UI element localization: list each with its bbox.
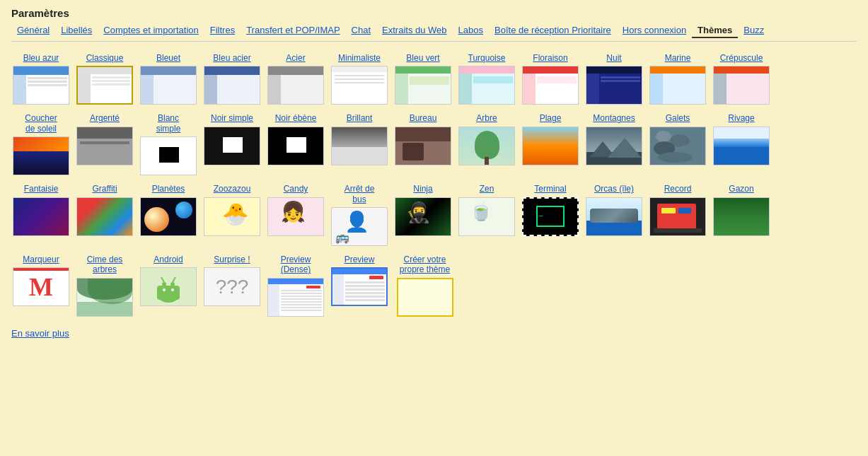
theme-preview <box>586 66 642 105</box>
nav-extraits[interactable]: Extraits du Web <box>376 23 453 38</box>
theme-preview <box>267 278 324 317</box>
theme-label: Turquoise <box>468 53 506 63</box>
theme-zoozazou[interactable]: Zoozazou 🐣 <box>202 182 262 247</box>
theme-argente[interactable]: Argenté <box>75 112 134 177</box>
theme-preview: M <box>13 267 69 306</box>
theme-ninja[interactable]: Ninja 🥷 <box>393 182 453 247</box>
theme-label: Preview <box>345 255 375 264</box>
theme-marine[interactable]: Marine <box>648 52 707 106</box>
nav-libelles[interactable]: Libellés <box>55 23 98 38</box>
theme-classique[interactable]: Classique <box>75 52 134 106</box>
theme-preview <box>204 66 260 105</box>
theme-label: Marine <box>665 53 691 63</box>
theme-preview <box>522 66 579 105</box>
theme-candy[interactable]: Candy 👧 <box>266 182 325 247</box>
theme-montagnes[interactable]: Montagnes <box>584 112 644 177</box>
nav-labos[interactable]: Labos <box>453 23 489 38</box>
theme-label: Classique <box>86 53 124 63</box>
svg-point-7 <box>171 288 174 291</box>
theme-label: Arrêt de bus <box>345 184 375 204</box>
theme-preview[interactable]: Preview <box>330 253 389 318</box>
nav-boite[interactable]: Boîte de réception Prioritaire <box>489 23 617 38</box>
theme-label: Argenté <box>90 113 120 123</box>
theme-preview: ??? <box>204 267 260 306</box>
theme-preview-dense[interactable]: Preview (Dense) <box>266 253 325 318</box>
theme-acier[interactable]: Acier <box>266 52 325 106</box>
theme-label: Plage <box>540 113 562 123</box>
theme-preview <box>267 127 324 165</box>
theme-label: Noir simple <box>211 113 253 123</box>
theme-label: Bleu azur <box>23 53 59 63</box>
theme-preview <box>76 127 133 165</box>
nav-filtres[interactable]: Filtres <box>204 23 241 38</box>
theme-noir-ebene[interactable]: Noir ébène <box>266 112 325 177</box>
svg-point-2 <box>162 282 166 286</box>
theme-arret-bus[interactable]: Arrêt de bus 👤 🚌 <box>330 182 389 247</box>
learn-more-link[interactable]: En savoir plus <box>11 328 857 339</box>
theme-preview <box>76 66 133 105</box>
theme-plage[interactable]: Plage <box>521 112 580 177</box>
theme-preview <box>331 127 388 165</box>
theme-preview <box>331 66 388 105</box>
theme-cime-arbres[interactable]: Cime des arbres <box>75 253 134 318</box>
theme-record[interactable]: Record <box>648 182 707 247</box>
theme-preview <box>395 66 451 105</box>
nav-hors-connexion[interactable]: Hors connexion <box>617 23 692 38</box>
theme-label: Minimaliste <box>338 53 381 63</box>
theme-noir-simple[interactable]: Noir simple <box>202 112 262 177</box>
theme-label: Ninja <box>413 184 432 194</box>
theme-marqueur[interactable]: Marqueur M <box>11 253 71 318</box>
theme-orcas[interactable]: Orcas (île) <box>584 182 644 247</box>
theme-terminal[interactable]: Terminal _ <box>521 182 580 247</box>
theme-coucher[interactable]: Coucher de soleil <box>11 112 71 177</box>
theme-preview <box>140 197 197 236</box>
theme-zen[interactable]: Zen 🍵 <box>457 182 516 247</box>
theme-planetes[interactable]: Planètes <box>139 182 198 247</box>
theme-label: Preview (Dense) <box>281 255 311 275</box>
theme-label: Bleuet <box>156 53 180 63</box>
nav-chat[interactable]: Chat <box>346 23 376 38</box>
theme-blanc-simple[interactable]: Blanc simple <box>139 112 198 177</box>
theme-label: Fantaisie <box>24 184 59 194</box>
theme-android[interactable]: Android <box>139 253 198 318</box>
theme-bleu-vert[interactable]: Bleu vert <box>393 52 453 106</box>
theme-turquoise[interactable]: Turquoise <box>457 52 516 106</box>
theme-bleu-azur[interactable]: Bleu azur <box>11 52 71 106</box>
theme-label: Blanc simple <box>156 113 181 134</box>
theme-creer[interactable]: Créer votre propre thème <box>393 253 456 318</box>
svg-point-6 <box>163 288 166 291</box>
theme-brillant[interactable]: Brillant <box>330 112 389 177</box>
theme-fantaisie[interactable]: Fantaisie <box>11 182 71 247</box>
theme-rivage[interactable]: Rivage <box>712 112 771 177</box>
theme-label: Galets <box>666 113 690 123</box>
theme-preview <box>649 66 706 105</box>
theme-preview <box>13 197 69 236</box>
theme-surprise[interactable]: Surprise ! ??? <box>202 253 262 318</box>
nav-transfert[interactable]: Transfert et POP/IMAP <box>241 23 345 38</box>
theme-bureau[interactable]: Bureau <box>393 112 453 177</box>
nav-buzz[interactable]: Buzz <box>738 23 770 38</box>
theme-galets[interactable]: Galets <box>648 112 707 177</box>
theme-nuit[interactable]: Nuit <box>584 52 644 106</box>
nav-general[interactable]: Général <box>11 23 55 38</box>
theme-bleu-acier[interactable]: Bleu acier <box>202 52 262 106</box>
theme-preview <box>586 197 642 236</box>
theme-preview: 👤 🚌 <box>331 207 388 246</box>
nav-themes[interactable]: Thèmes <box>692 23 738 38</box>
theme-graffiti[interactable]: Graffiti <box>75 182 134 247</box>
theme-minimaliste[interactable]: Minimaliste <box>330 52 389 106</box>
nav-comptes[interactable]: Comptes et importation <box>98 23 204 38</box>
theme-preview <box>649 197 706 236</box>
theme-preview: 🥷 <box>395 197 451 236</box>
theme-preview <box>267 66 324 105</box>
theme-bleuet[interactable]: Bleuet <box>139 52 198 106</box>
theme-preview: _ <box>522 197 579 236</box>
theme-floraison[interactable]: Floraison <box>521 52 580 106</box>
theme-gazon[interactable]: Gazon <box>712 182 771 247</box>
theme-crepuscule[interactable]: Crépuscule <box>712 52 771 106</box>
theme-label: Cime des arbres <box>87 255 123 275</box>
svg-line-5 <box>173 277 175 282</box>
theme-label: Bleu acier <box>213 53 250 63</box>
theme-preview: 👧 <box>267 197 324 236</box>
theme-arbre[interactable]: Arbre <box>457 112 516 177</box>
